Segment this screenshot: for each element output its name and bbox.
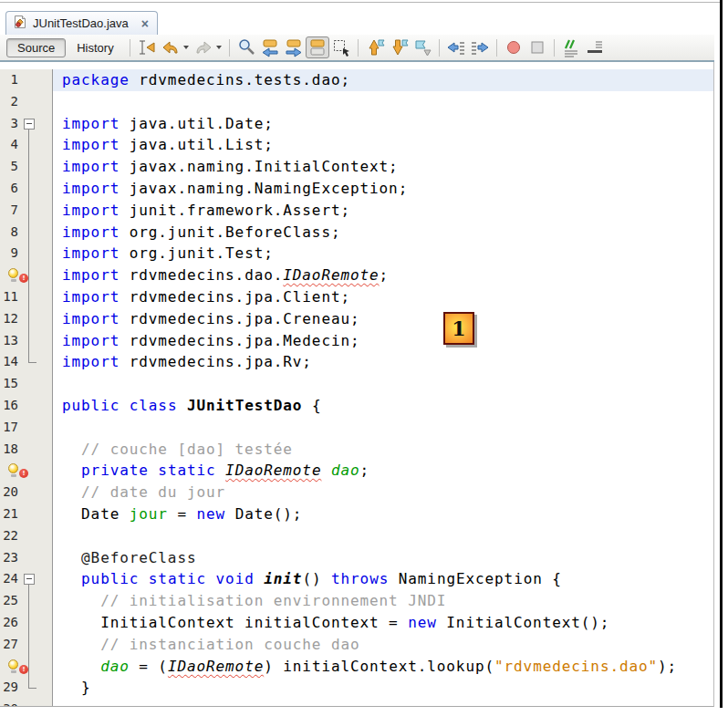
code-token: = [168,505,197,523]
line-number[interactable]: 9 [0,243,18,265]
code-text[interactable]: @BeforeClass [53,547,713,569]
code-text[interactable]: public static void init() throws NamingE… [53,568,713,590]
gutter-cell: 5 [0,156,53,178]
history-view-button[interactable]: History [66,38,124,57]
source-view-button[interactable]: Source [6,38,66,57]
fold-line [28,308,29,330]
code-token: import [62,136,120,153]
line-number[interactable]: 17 [0,417,18,439]
comment-icon [561,37,581,57]
line-number[interactable]: 15 [0,373,18,395]
code-text[interactable] [53,525,713,547]
uncomment-button[interactable] [583,36,607,58]
code-text[interactable]: import rdvmedecins.jpa.Client; [53,286,713,308]
code-text[interactable]: public class JUnitTestDao { [53,395,713,417]
line-number[interactable]: 16 [0,395,18,417]
toggle-rectangular-selection-button[interactable] [329,36,353,58]
code-text[interactable]: } [53,677,713,699]
gutter-cell: 29 [0,677,53,699]
line-number[interactable]: 1 [0,69,18,91]
find-next-occurrence-button[interactable] [282,36,306,58]
tab-close-icon[interactable]: × [141,17,149,30]
line-number[interactable]: 29 [0,677,18,699]
code-text[interactable]: InitialContext initialContext = new Init… [53,612,713,634]
navigate-forward-dropdown-icon[interactable] [216,46,222,49]
stop-macro-recording-button[interactable] [525,36,549,58]
shift-line-left-button[interactable] [444,36,468,58]
line-number[interactable]: 7 [0,200,18,222]
previous-bookmark-button[interactable] [363,36,387,58]
line-number[interactable]: 27 [0,634,18,656]
line-number[interactable]: 2 [0,91,18,113]
gutter-cell: 17 [0,417,53,439]
line-number[interactable]: 22 [0,525,18,547]
line-number[interactable]: 12 [0,308,18,330]
comment-button[interactable] [559,36,583,58]
code-text[interactable]: import javax.naming.InitialContext; [53,156,713,178]
code-text[interactable] [53,417,713,439]
navigate-forward-button[interactable] [192,36,224,58]
code-text[interactable]: import javax.naming.NamingException; [53,178,713,200]
line-number[interactable]: 25 [0,590,18,612]
code-text[interactable]: private static IDaoRemote dao; [53,460,713,482]
line-number[interactable]: 20 [0,482,18,503]
line-number[interactable]: 6 [0,178,18,200]
code-token: class [130,397,178,414]
toggle-highlight-search-button[interactable] [306,36,329,58]
line-number[interactable]: 11 [0,286,18,308]
error-hint-icon[interactable]: ! [6,267,28,283]
code-text[interactable]: package rdvmedecins.tests.dao; [53,69,713,91]
code-text[interactable]: // date du jour [53,482,713,503]
shift-line-right-button[interactable] [468,36,492,58]
code-line: 21 Date jour = new Date(); [0,503,713,525]
code-text[interactable]: import rdvmedecins.jpa.Medecin; [53,330,713,352]
code-text[interactable] [53,373,713,395]
line-number[interactable]: 23 [0,547,18,569]
fold-collapse-toggle[interactable] [24,119,35,130]
line-number[interactable]: 14 [0,351,18,373]
code-text[interactable]: import org.junit.Test; [53,243,713,265]
code-text[interactable]: import java.util.Date; [53,113,713,135]
error-hint-icon[interactable]: ! [6,462,28,478]
toggle-bookmark-button[interactable] [411,36,434,58]
code-token: private [81,462,149,479]
find-previous-occurrence-button[interactable] [258,36,282,58]
code-text[interactable]: import org.junit.BeforeClass; [53,222,713,244]
error-hint-icon[interactable]: ! [6,659,28,674]
line-number[interactable]: 24 [0,568,18,590]
code-text[interactable]: // initialisation environnement JNDI [53,590,713,612]
line-number[interactable]: 8 [0,222,18,244]
tab-junittestdao-java[interactable]: JUnitTestDao.java × [5,11,158,35]
code-text[interactable]: // couche [dao] testée [53,439,713,461]
code-text[interactable] [53,699,713,707]
code-text[interactable]: dao = (IDaoRemote) initialContext.lookup… [53,656,713,678]
line-number[interactable]: 13 [0,330,18,352]
code-text[interactable]: Date jour = new Date(); [53,503,713,525]
line-number[interactable]: 21 [0,503,18,525]
code-text[interactable]: import rdvmedecins.jpa.Rv; [53,351,713,373]
fold-collapse-toggle[interactable] [24,574,35,585]
jump-to-last-edit-button[interactable] [135,36,159,58]
fold-margin [18,547,52,569]
line-number[interactable]: 3 [0,113,18,135]
line-number[interactable]: 30 [0,699,18,707]
line-number[interactable]: 5 [0,156,18,178]
code-text[interactable]: import rdvmedecins.jpa.Creneau; [53,308,713,330]
line-number[interactable]: 26 [0,612,18,634]
code-text[interactable] [53,91,713,113]
line-number[interactable]: 4 [0,134,18,156]
code-text[interactable]: import java.util.List; [53,134,713,156]
code-token: "rdvmedecins.dao" [494,658,658,675]
next-bookmark-button[interactable] [387,36,411,58]
navigate-back-dropdown-icon[interactable] [183,46,189,49]
code-text[interactable]: import rdvmedecins.dao.IDaoRemote; [53,265,713,286]
code-text[interactable]: import junit.framework.Assert; [53,200,713,222]
find-selection-button[interactable] [234,36,258,58]
code-token: throws [331,570,389,587]
code-text[interactable]: // instanciation couche dao [53,634,713,656]
code-line: 17 [0,417,713,439]
start-macro-recording-button[interactable] [502,36,525,58]
code-token [255,570,265,587]
line-number[interactable]: 18 [0,439,18,461]
navigate-back-button[interactable] [159,36,192,58]
